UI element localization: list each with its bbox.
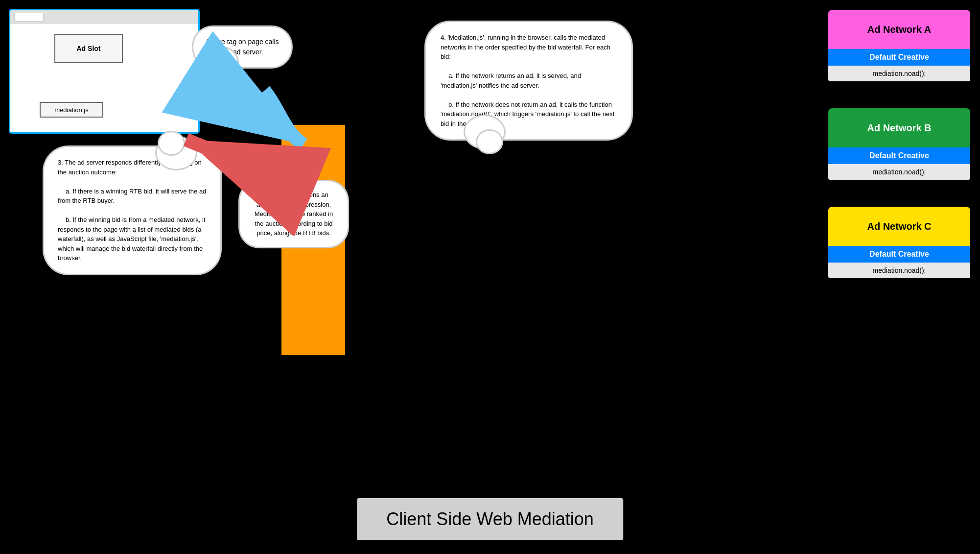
ad-network-b-name: Ad Network B bbox=[867, 122, 931, 134]
ad-network-a-name: Ad Network A bbox=[867, 24, 931, 35]
ad-network-c-block: Ad Network C Default Creative mediation.… bbox=[828, 207, 970, 278]
ad-network-b-default-creative: Default Creative bbox=[828, 147, 970, 164]
ad-network-b-noad: mediation.noad(); bbox=[828, 164, 970, 180]
browser-titlebar bbox=[10, 10, 198, 24]
ad-network-b-block: Ad Network B Default Creative mediation.… bbox=[828, 108, 970, 180]
cloud-1-text: 1. The tag on page calls the ad server. bbox=[206, 38, 279, 56]
browser-tab bbox=[14, 13, 44, 22]
ad-network-c-default-creative: Default Creative bbox=[828, 246, 970, 263]
cloud-2-text: 2. The ad server runs an auction for the… bbox=[255, 191, 333, 237]
browser-content: Ad Slot mediation.js bbox=[10, 24, 198, 132]
ad-slot-label: Ad Slot bbox=[77, 45, 101, 52]
page-title: Client Side Web Mediation bbox=[357, 498, 623, 540]
cloud-4-a: a. If the network returns an ad, it is s… bbox=[441, 72, 581, 89]
cloud-4-title: 4. 'Mediation.js', running in the browse… bbox=[441, 34, 610, 60]
ad-network-c-noad: mediation.noad(); bbox=[828, 263, 970, 278]
mediation-tag-label: mediation.js bbox=[54, 106, 88, 114]
browser-window: Ad Slot mediation.js bbox=[9, 9, 200, 134]
cloud-3-b: b. If the winning bid is from a mediated… bbox=[58, 216, 205, 262]
ad-network-a-block: Ad Network A Default Creative mediation.… bbox=[828, 10, 970, 81]
ad-network-b-header: Ad Network B bbox=[828, 108, 970, 147]
cloud-3: 3. The ad server responds differently de… bbox=[44, 147, 220, 274]
mediation-tag-box: mediation.js bbox=[40, 102, 103, 118]
ad-network-c-name: Ad Network C bbox=[867, 221, 931, 232]
ad-slot-box: Ad Slot bbox=[54, 34, 123, 63]
ad-network-a-header: Ad Network A bbox=[828, 10, 970, 49]
cloud-3-a: a. If there is a winning RTB bid, it wil… bbox=[58, 188, 206, 205]
ad-network-a-default-creative: Default Creative bbox=[828, 49, 970, 66]
cloud-3-title: 3. The ad server responds differently de… bbox=[58, 159, 202, 176]
cloud-2: 2. The ad server runs an auction for the… bbox=[240, 181, 348, 247]
ad-networks-container: Ad Network A Default Creative mediation.… bbox=[828, 10, 970, 305]
cloud-4: 4. 'Mediation.js', running in the browse… bbox=[426, 22, 631, 139]
cloud-1: 1. The tag on page calls the ad server. bbox=[193, 27, 291, 67]
ad-network-a-noad: mediation.noad(); bbox=[828, 66, 970, 81]
cloud-4-b: b. If the network does not return an ad,… bbox=[441, 101, 614, 127]
ad-network-c-header: Ad Network C bbox=[828, 207, 970, 246]
